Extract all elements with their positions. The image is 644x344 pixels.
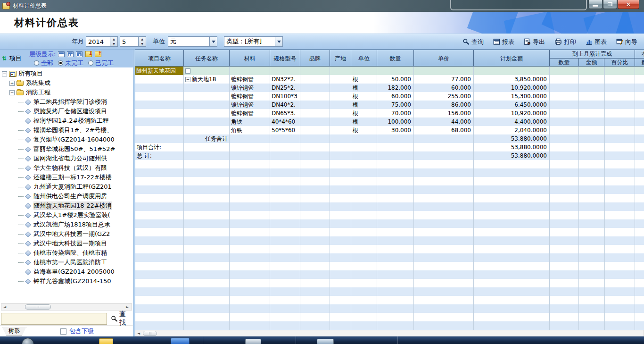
cell-mamt[interactable] (579, 143, 605, 151)
cell-material[interactable] (230, 134, 270, 143)
table-row[interactable]: 任务合计53,880.0000 (135, 134, 644, 143)
cell-qty[interactable]: 100.000 (377, 117, 414, 126)
cell-amount[interactable]: 4,400.0000 (474, 117, 550, 126)
cell-brand[interactable] (300, 109, 330, 117)
cell-spec[interactable]: DN40*2. (270, 101, 300, 109)
table-row[interactable]: 镀锌钢管DN25*2.根182.00060.00010,920.0000 (135, 84, 644, 92)
action-wizard[interactable]: 向导 (616, 38, 637, 46)
table-row-empty[interactable] (135, 211, 644, 219)
cell-project[interactable] (135, 92, 184, 101)
cell-spec[interactable]: DN100*3 (270, 92, 300, 101)
table-row-empty[interactable] (135, 253, 644, 262)
cell-material[interactable]: 镀锌钢管 (230, 109, 270, 117)
tree-folder[interactable]: −消防工程 (0, 88, 133, 97)
collapse-icon[interactable]: − (185, 77, 190, 82)
cell-project[interactable] (135, 126, 184, 134)
tree-item[interactable]: 随州供电公司生产调度用房 (0, 192, 133, 201)
table-row-empty[interactable] (135, 262, 644, 270)
table-row-empty[interactable] (135, 296, 644, 304)
action-print[interactable]: 打印 (554, 38, 576, 46)
table-row-empty[interactable] (135, 228, 644, 236)
cell-spec[interactable]: DN32*2. (270, 75, 300, 84)
cell-origin[interactable] (330, 126, 351, 134)
taskbar-app-icon[interactable] (171, 338, 190, 344)
cell-material[interactable]: 镀锌钢管 (230, 92, 270, 101)
cell-brand[interactable] (300, 101, 330, 109)
column-header-qty[interactable]: 数量 (377, 50, 414, 67)
tree-item[interactable]: 武汉凯德广场1818项目总承 (0, 220, 133, 229)
cell-material[interactable] (230, 67, 270, 75)
cell-task[interactable] (184, 151, 230, 160)
cell-project[interactable]: 随州新天地花园 (135, 67, 184, 75)
cell-project[interactable] (135, 84, 184, 92)
cell-mpct[interactable] (605, 126, 635, 134)
tree-item[interactable]: 武汉中地大科技园一期(GZ2 (0, 229, 133, 239)
cell-mamt[interactable] (579, 92, 605, 101)
column-header-spec[interactable]: 规格型号 (270, 50, 300, 67)
table-row[interactable]: −新天地18镀锌钢管DN32*2.根50.00077.0003,850.0000 (135, 75, 644, 84)
cell-brand[interactable] (300, 92, 330, 101)
cell-cur[interactable] (635, 67, 644, 75)
cell-origin[interactable] (330, 143, 351, 151)
cell-task[interactable] (184, 101, 230, 109)
cell-spec[interactable]: 40*4*60 (270, 117, 300, 126)
cell-qty[interactable]: 70.000 (377, 109, 414, 117)
cell-amount[interactable] (474, 67, 550, 75)
subcolumn-header-2[interactable]: 百分比 (604, 59, 635, 67)
cell-mqty[interactable] (550, 126, 579, 134)
column-header-amount[interactable]: 计划金额 (474, 50, 550, 67)
start-button[interactable] (22, 338, 34, 344)
cell-unit[interactable] (351, 143, 377, 151)
cell-mqty[interactable] (550, 117, 579, 126)
cell-brand[interactable] (300, 126, 330, 134)
tree-item[interactable]: 华大生物科技（武汉）有限 (0, 163, 133, 173)
radio-0[interactable] (34, 60, 39, 66)
level-3-icon[interactable] (76, 51, 83, 57)
tree-item[interactable]: 福润华园1#,2#楼消防工程 (0, 116, 133, 126)
cell-price[interactable]: 156.000 (414, 109, 474, 117)
table-row-empty[interactable] (135, 194, 644, 202)
expand-icon[interactable]: + (9, 81, 15, 86)
cell-mqty[interactable] (550, 109, 579, 117)
cell-amount[interactable]: 2,040.0000 (474, 126, 550, 134)
table-row-empty[interactable] (135, 168, 644, 177)
cell-mpct[interactable] (605, 84, 635, 92)
cell-mamt[interactable] (579, 75, 605, 84)
cell-project[interactable] (135, 109, 184, 117)
cell-qty[interactable] (377, 134, 414, 143)
cell-mamt[interactable] (579, 84, 605, 92)
table-row-empty[interactable] (135, 160, 644, 168)
cell-mpct[interactable] (605, 92, 635, 101)
cell-unit[interactable] (351, 151, 377, 160)
cell-mpct[interactable] (605, 67, 635, 75)
cell-cur[interactable] (635, 84, 644, 92)
cell-price[interactable]: 77.000 (414, 75, 474, 84)
cell-spec[interactable] (270, 143, 300, 151)
collapse-icon[interactable]: − (9, 90, 15, 95)
table-row[interactable]: 角铁40*4*60根100.00044.0004,400.0000 (135, 117, 644, 126)
cell-origin[interactable] (330, 151, 351, 160)
month-input[interactable]: 5 (120, 36, 139, 47)
column-header-project[interactable]: 项目名称 (135, 50, 184, 67)
table-row-empty[interactable] (135, 313, 644, 321)
cell-task[interactable] (184, 109, 230, 117)
table-row-empty[interactable] (135, 270, 644, 279)
cell-spec[interactable] (270, 67, 300, 75)
cell-origin[interactable] (330, 101, 351, 109)
cell-unit[interactable]: 根 (351, 75, 377, 84)
cell-mamt[interactable] (579, 151, 605, 160)
cell-qty[interactable]: 75.000 (377, 101, 414, 109)
cell-origin[interactable] (330, 134, 351, 143)
cell-price[interactable] (414, 67, 474, 75)
cell-mpct[interactable] (605, 75, 635, 84)
cell-qty[interactable]: 50.000 (377, 75, 414, 84)
year-input[interactable]: 2014 (86, 36, 110, 47)
cell-brand[interactable] (300, 134, 330, 143)
cell-price[interactable]: 60.000 (414, 84, 474, 92)
sort-descending-icon[interactable]: ↓ (85, 51, 92, 57)
table-row[interactable]: 镀锌钢管DN65*3.根70.000156.00010,920.0000 (135, 109, 644, 117)
table-row-empty[interactable] (135, 219, 644, 228)
level-1-icon[interactable] (58, 51, 65, 57)
tree-item[interactable]: 仙桃市传染病院、仙桃市精 (0, 248, 133, 258)
table-row[interactable]: 项目合计:53,880.0000 (135, 143, 644, 151)
